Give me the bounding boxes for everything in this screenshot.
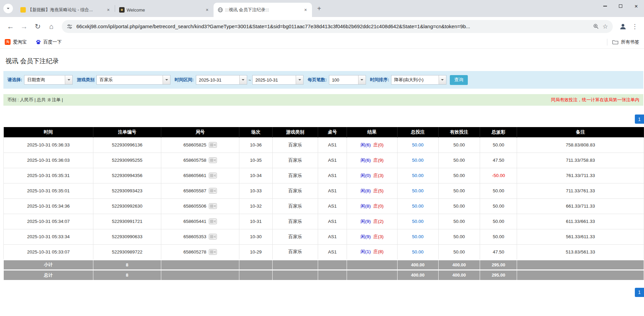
menu-icon[interactable]: ⋮: [630, 20, 640, 33]
address-bar[interactable]: 66cxkj98.com/ipl/portal.php/game/betreco…: [62, 20, 613, 33]
cell-total-bet-link[interactable]: 50.00: [397, 229, 438, 244]
date-from-select[interactable]: 2025-10-31: [196, 75, 247, 85]
cell-time: 2025-10-31 05:34:36: [4, 198, 93, 214]
currency-summary-text: 币别 : 人民币 | 总共 :8 注单 |: [7, 97, 63, 103]
cell-round: 658605506: [161, 198, 239, 214]
summary-payout: 295.00: [480, 270, 517, 280]
column-header: 桌号: [318, 127, 347, 137]
chevron-down-icon[interactable]: [358, 75, 366, 84]
close-window-button[interactable]: ×: [628, 0, 644, 12]
video-replay-icon[interactable]: [209, 234, 217, 240]
cell-table-number: AS1: [318, 214, 347, 229]
cell-total-bet-link[interactable]: 50.00: [397, 168, 438, 183]
query-type-select[interactable]: 日期查询: [24, 75, 73, 85]
forward-button[interactable]: →: [18, 20, 31, 33]
zoom-icon[interactable]: [593, 23, 599, 29]
home-button[interactable]: ⌂: [45, 20, 58, 33]
video-replay-icon[interactable]: [209, 157, 217, 163]
bookmark-label: 百度一下: [43, 39, 62, 45]
cell-round: 658605353: [161, 229, 239, 244]
cell-note: 711.33/758.83: [517, 153, 644, 168]
tab-welcome[interactable]: Welcome ×: [115, 3, 214, 17]
video-replay-icon[interactable]: [209, 203, 217, 209]
cell-table-number: AS1: [318, 153, 347, 168]
tab-forum[interactable]: 【新提醒】海燕策略论坛 - 综合... ×: [16, 3, 115, 17]
cell-game-type: 百家乐: [273, 153, 318, 168]
new-tab-button[interactable]: +: [314, 3, 324, 14]
cell-session: 10-29: [239, 244, 273, 260]
cell-time: 2025-10-31 05:33:07: [4, 244, 93, 260]
cell-total-bet-link[interactable]: 50.00: [397, 198, 438, 214]
summary-cell: [239, 260, 273, 270]
chevron-down-icon[interactable]: [439, 75, 446, 84]
summary-row: 小计 8 400.00 400.00 295.00: [4, 260, 644, 270]
video-replay-icon[interactable]: [209, 142, 217, 148]
chevron-down-icon[interactable]: [239, 75, 247, 84]
pagination-page-button[interactable]: 1: [635, 288, 644, 297]
maximize-button[interactable]: [613, 0, 628, 12]
profile-icon[interactable]: [617, 20, 629, 33]
game-type-select[interactable]: 百家乐: [96, 75, 170, 85]
cell-total-bet-link[interactable]: 50.00: [397, 214, 438, 229]
cell-valid-bet: 50.00: [438, 168, 480, 183]
all-bookmarks-button[interactable]: 所有书签: [612, 39, 639, 45]
summary-count: 8: [93, 270, 161, 280]
table-row: 2025-10-31 05:34:07 522930991721 6586054…: [4, 214, 644, 229]
chevron-down-icon[interactable]: [296, 75, 303, 84]
pagination-page-button[interactable]: 1: [635, 115, 644, 124]
reload-button[interactable]: ↻: [31, 20, 44, 33]
video-replay-icon[interactable]: [209, 188, 217, 194]
table-row: 2025-10-31 05:36:33 522930996136 6586058…: [4, 137, 644, 153]
date-to-select[interactable]: 2025-10-31: [252, 75, 303, 85]
cell-round: 658605278: [161, 244, 239, 260]
cell-total-bet-link[interactable]: 50.00: [397, 183, 438, 198]
summary-cell: [347, 260, 397, 270]
video-replay-icon[interactable]: [209, 249, 217, 255]
round-number: 658605758: [183, 158, 206, 163]
chevron-down-icon[interactable]: [163, 75, 170, 84]
cell-table-number: AS1: [318, 168, 347, 183]
close-tab-icon[interactable]: ×: [204, 7, 210, 13]
chevron-down-icon[interactable]: [65, 75, 72, 84]
video-replay-icon[interactable]: [209, 173, 217, 178]
cell-total-bet-link[interactable]: 50.00: [397, 153, 438, 168]
close-tab-icon[interactable]: ×: [302, 7, 309, 13]
cell-round: 658605758: [161, 153, 239, 168]
bookmark-taobao[interactable]: 淘 爱淘宝: [5, 39, 27, 45]
summary-cell: [347, 270, 397, 280]
baidu-paw-icon: [36, 39, 41, 45]
bookmark-star-icon[interactable]: ☆: [603, 23, 608, 30]
cell-round: 658605441: [161, 214, 239, 229]
cell-bet-id: 522930995255: [93, 153, 161, 168]
cell-session: 10-31: [239, 214, 273, 229]
sort-order-select[interactable]: 降幂(由大到小): [391, 75, 446, 85]
cell-note: 761.33/711.33: [517, 168, 644, 183]
close-tab-icon[interactable]: ×: [105, 7, 111, 13]
cell-bet-id: 522930989722: [93, 244, 161, 260]
summary-valid-bet: 400.00: [438, 260, 480, 270]
table-row: 2025-10-31 05:34:36 522930992630 6586055…: [4, 198, 644, 214]
column-header: 局号: [161, 127, 239, 137]
video-replay-icon[interactable]: [209, 218, 217, 224]
cell-time: 2025-10-31 05:36:03: [4, 153, 93, 168]
bookmark-baidu[interactable]: 百度一下: [36, 39, 62, 45]
notice-text: 同局有效投注，统一计算在该局第一张注单内: [551, 97, 639, 103]
url-text[interactable]: 66cxkj98.com/ipl/portal.php/game/betreco…: [76, 23, 589, 29]
cell-table-number: AS1: [318, 198, 347, 214]
minimize-button[interactable]: [597, 0, 613, 12]
cell-total-bet-link[interactable]: 50.00: [397, 244, 438, 260]
tune-icon[interactable]: [67, 23, 73, 30]
page-size-select[interactable]: 100: [329, 75, 366, 85]
table-row: 2025-10-31 05:36:03 522930995255 6586057…: [4, 153, 644, 168]
cell-session: 10-34: [239, 168, 273, 183]
cell-note: 758.83/808.83: [517, 137, 644, 153]
tab-bet-records[interactable]: :::视讯 会员下注纪录::: ×: [214, 3, 312, 17]
summary-cell: [273, 270, 318, 280]
back-button[interactable]: ←: [4, 20, 17, 33]
search-button[interactable]: 查询: [450, 75, 468, 85]
cell-total-bet-link[interactable]: 50.00: [397, 137, 438, 153]
taobao-icon: 淘: [5, 39, 11, 45]
cell-result: 闲(9) 庄(2): [347, 214, 397, 229]
round-number: 658605353: [183, 234, 206, 239]
tab-search-button[interactable]: [3, 4, 13, 13]
